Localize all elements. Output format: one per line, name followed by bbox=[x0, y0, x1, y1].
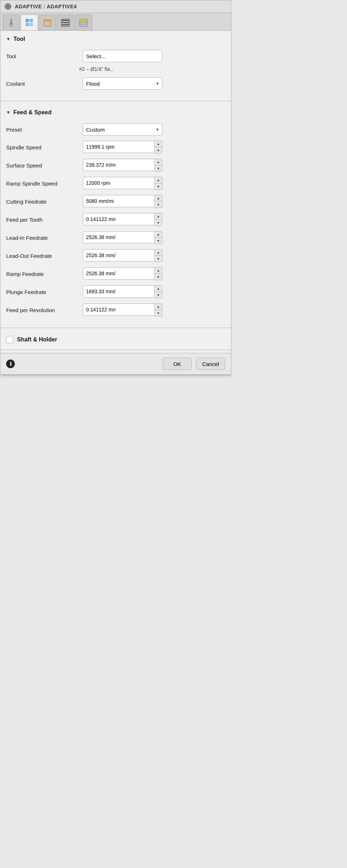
plunge-feedrate-down[interactable]: ▼ bbox=[155, 292, 162, 298]
surface-speed-field-row: Surface Speed ▲ ▼ bbox=[0, 156, 231, 174]
ramp-feedrate-spinner: ▲ ▼ bbox=[83, 267, 162, 280]
cutting-feedrate-spinner-btns: ▲ ▼ bbox=[155, 195, 162, 208]
tool-collapse-icon[interactable]: ▼ bbox=[6, 37, 10, 42]
svg-rect-14 bbox=[80, 19, 87, 22]
lead-in-spinner-btns: ▲ ▼ bbox=[155, 231, 162, 244]
tool-select-button[interactable]: Select... bbox=[83, 50, 162, 62]
feed-per-tooth-down[interactable]: ▼ bbox=[155, 220, 162, 226]
ramp-spindle-label: Ramp Spindle Speed bbox=[6, 180, 78, 187]
ok-button[interactable]: OK bbox=[163, 358, 192, 370]
spindle-speed-label: Spindle Speed bbox=[6, 144, 78, 150]
cutting-feedrate-down[interactable]: ▼ bbox=[155, 201, 162, 208]
lead-out-up[interactable]: ▲ bbox=[155, 250, 162, 256]
spindle-speed-input[interactable] bbox=[86, 144, 151, 150]
cutting-feedrate-up[interactable]: ▲ bbox=[155, 195, 162, 201]
svg-rect-6 bbox=[30, 23, 33, 26]
ramp-spindle-down[interactable]: ▼ bbox=[155, 183, 162, 190]
surface-speed-down[interactable]: ▼ bbox=[155, 165, 162, 171]
lead-out-input-box bbox=[83, 249, 155, 261]
cancel-button[interactable]: Cancel bbox=[196, 358, 225, 370]
svg-rect-10 bbox=[62, 22, 69, 23]
coolant-select-control: Flood Mist Air None Through Tool bbox=[83, 77, 225, 90]
feed-per-tooth-spinner-btns: ▲ ▼ bbox=[155, 213, 162, 226]
svg-rect-3 bbox=[26, 19, 29, 22]
shaft-holder-header: Shaft & Holder bbox=[0, 331, 231, 347]
lead-in-control: ▲ ▼ bbox=[83, 231, 225, 244]
ramp-feedrate-label: Ramp Feedrate bbox=[6, 271, 78, 277]
linking-tab-icon bbox=[79, 18, 88, 27]
svg-rect-5 bbox=[26, 23, 29, 26]
lead-out-input[interactable] bbox=[86, 252, 151, 258]
feed-per-rev-spinner-btns: ▲ ▼ bbox=[155, 303, 162, 316]
svg-rect-11 bbox=[62, 24, 69, 25]
feed-per-tooth-up[interactable]: ▲ bbox=[155, 213, 162, 220]
lead-out-spinner: ▲ ▼ bbox=[83, 249, 162, 262]
lead-in-up[interactable]: ▲ bbox=[155, 231, 162, 238]
feed-per-tooth-label: Feed per Tooth bbox=[6, 217, 78, 223]
tool-section-body: Tool Select... #2 – Ø1/4" fla... Coolant… bbox=[0, 46, 231, 98]
ramp-feedrate-input-box bbox=[83, 267, 155, 280]
feed-per-tooth-input-box bbox=[83, 213, 155, 225]
tool-field-row: Tool Select... bbox=[0, 47, 231, 65]
preset-select-control: Custom Roughing Finishing bbox=[83, 123, 225, 136]
feed-per-rev-down[interactable]: ▼ bbox=[155, 310, 162, 316]
feed-speed-collapse-icon[interactable]: ▼ bbox=[6, 110, 10, 115]
spindle-speed-down[interactable]: ▼ bbox=[155, 147, 162, 153]
lead-out-down[interactable]: ▼ bbox=[155, 256, 162, 262]
svg-rect-4 bbox=[30, 19, 33, 22]
plunge-feedrate-label: Plunge Feedrate bbox=[6, 289, 78, 295]
tab-linking[interactable] bbox=[75, 14, 92, 30]
passes-tab-icon bbox=[61, 18, 70, 27]
feed-per-rev-spinner: ▲ ▼ bbox=[83, 303, 162, 316]
cutting-feedrate-control: ▲ ▼ bbox=[83, 195, 225, 208]
ramp-feedrate-control: ▲ ▼ bbox=[83, 267, 225, 280]
tab-geometry[interactable] bbox=[21, 14, 38, 30]
lead-in-input[interactable] bbox=[86, 234, 151, 240]
preset-select-wrapper[interactable]: Custom Roughing Finishing bbox=[83, 123, 162, 136]
coolant-field-row: Coolant Flood Mist Air None Through Tool bbox=[0, 75, 231, 92]
spindle-speed-input-box bbox=[83, 141, 155, 153]
tab-passes[interactable] bbox=[57, 14, 74, 30]
shaft-holder-checkbox[interactable] bbox=[6, 336, 13, 343]
feed-per-rev-up[interactable]: ▲ bbox=[155, 304, 162, 310]
plunge-feedrate-spinner-btns: ▲ ▼ bbox=[155, 285, 162, 298]
svg-point-2 bbox=[9, 24, 13, 26]
coolant-select[interactable]: Flood Mist Air None Through Tool bbox=[83, 77, 162, 90]
cutting-feedrate-input-box bbox=[83, 195, 155, 207]
tool-description: #2 – Ø1/4" fla... bbox=[0, 65, 231, 75]
tab-tool[interactable] bbox=[3, 14, 20, 30]
plunge-feedrate-input[interactable] bbox=[86, 289, 151, 294]
lead-in-down[interactable]: ▼ bbox=[155, 238, 162, 244]
window-title: ADAPTIVE : ADAPTIVE4 bbox=[15, 4, 77, 9]
svg-rect-16 bbox=[81, 23, 83, 25]
ramp-spindle-up[interactable]: ▲ bbox=[155, 177, 162, 183]
lead-out-label: Lead-Out Feedrate bbox=[6, 253, 78, 259]
coolant-select-wrapper[interactable]: Flood Mist Air None Through Tool bbox=[83, 77, 162, 90]
ramp-spindle-input[interactable] bbox=[86, 180, 151, 186]
spindle-speed-up[interactable]: ▲ bbox=[155, 141, 162, 147]
shaft-holder-section: Shaft & Holder bbox=[0, 331, 231, 347]
footer: ℹ OK Cancel bbox=[0, 353, 231, 374]
preset-label: Preset bbox=[6, 127, 78, 133]
ramp-feedrate-down[interactable]: ▼ bbox=[155, 274, 162, 280]
section-divider-3 bbox=[0, 350, 231, 350]
ramp-feedrate-input[interactable] bbox=[86, 271, 151, 276]
plunge-feedrate-spinner: ▲ ▼ bbox=[83, 285, 162, 298]
feed-per-rev-input[interactable] bbox=[86, 307, 151, 312]
tool-section-header: ▼ Tool bbox=[0, 31, 231, 46]
feed-per-tooth-input[interactable] bbox=[86, 216, 151, 222]
cutting-feedrate-input[interactable] bbox=[86, 198, 151, 204]
close-button[interactable]: − bbox=[5, 3, 11, 10]
preset-select[interactable]: Custom Roughing Finishing bbox=[83, 123, 162, 136]
feed-per-tooth-control: ▲ ▼ bbox=[83, 213, 225, 226]
surface-speed-input[interactable] bbox=[86, 162, 151, 168]
ramp-feedrate-up[interactable]: ▲ bbox=[155, 268, 162, 274]
tab-heights[interactable] bbox=[39, 14, 56, 30]
surface-speed-spinner: ▲ ▼ bbox=[83, 159, 162, 172]
shaft-holder-title: Shaft & Holder bbox=[17, 336, 57, 343]
info-button[interactable]: ℹ bbox=[6, 359, 15, 368]
plunge-feedrate-up[interactable]: ▲ bbox=[155, 286, 162, 292]
ramp-spindle-input-box bbox=[83, 177, 155, 189]
tool-label: Tool bbox=[6, 53, 78, 59]
surface-speed-up[interactable]: ▲ bbox=[155, 159, 162, 165]
